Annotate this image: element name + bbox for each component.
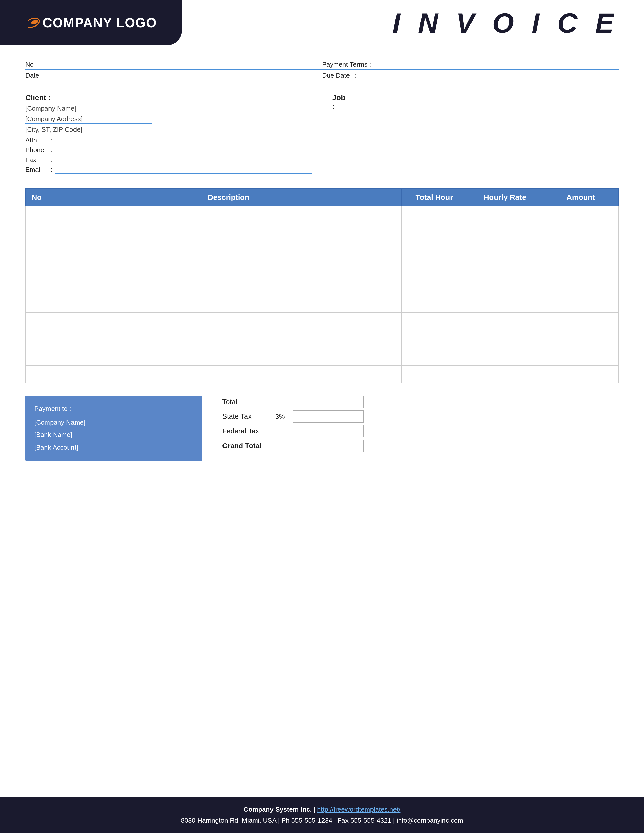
totals-section: Total State Tax 3% Federal Tax Grand Tot… bbox=[222, 396, 619, 454]
top-fields: No : Date : Payment Terms : Due Date : bbox=[25, 61, 619, 81]
no-colon: : bbox=[58, 61, 60, 68]
col-header-amount: Amount bbox=[543, 188, 619, 206]
due-date-colon: : bbox=[355, 72, 357, 79]
state-tax-value-box[interactable] bbox=[293, 410, 364, 423]
table-header: No Description Total Hour Hourly Rate Am… bbox=[26, 188, 619, 206]
phone-value[interactable] bbox=[55, 154, 312, 154]
job-line-1[interactable] bbox=[332, 113, 619, 122]
payment-company-name[interactable]: [Company Name] bbox=[34, 416, 193, 429]
client-header: Client : bbox=[25, 93, 312, 102]
email-field: Email : bbox=[25, 166, 312, 174]
table-row bbox=[26, 277, 619, 295]
payment-terms-field-row: Payment Terms : bbox=[322, 61, 619, 70]
company-address-value[interactable]: [Company Address] bbox=[25, 115, 151, 124]
table-row bbox=[26, 224, 619, 242]
top-fields-left: No : Date : bbox=[25, 61, 322, 81]
logo-text: COMPANY LOGO bbox=[25, 15, 157, 30]
invoice-title: I N V O I C E bbox=[393, 7, 619, 39]
fax-label: Fax bbox=[25, 156, 48, 164]
city-zip-field: [City, ST, ZIP Code] bbox=[25, 126, 312, 134]
invoice-table: No Description Total Hour Hourly Rate Am… bbox=[25, 188, 619, 383]
attn-colon: : bbox=[50, 136, 52, 144]
state-tax-row: State Tax 3% bbox=[222, 410, 619, 423]
payment-title: Payment to : bbox=[34, 403, 193, 415]
bottom-section: Payment to : [Company Name] [Bank Name] … bbox=[25, 396, 619, 461]
company-address-field: [Company Address] bbox=[25, 115, 312, 124]
payment-terms-label: Payment Terms bbox=[322, 61, 367, 68]
table-row bbox=[26, 330, 619, 348]
footer-url[interactable]: http://freewordtemplates.net/ bbox=[317, 806, 401, 813]
grand-total-value-box[interactable] bbox=[293, 440, 364, 452]
no-label: No bbox=[25, 61, 56, 68]
table-row bbox=[26, 206, 619, 224]
date-field-row: Date : bbox=[25, 72, 322, 81]
phone-label: Phone bbox=[25, 146, 48, 154]
no-field-row: No : bbox=[25, 61, 322, 70]
footer-separator: | bbox=[314, 806, 317, 813]
payment-bank-name[interactable]: [Bank Name] bbox=[34, 429, 193, 441]
date-colon: : bbox=[58, 72, 60, 79]
table-row bbox=[26, 242, 619, 259]
total-row: Total bbox=[222, 396, 619, 408]
company-name-value[interactable]: [Company Name] bbox=[25, 105, 151, 113]
client-section: Client : [Company Name] [Company Address… bbox=[25, 93, 312, 176]
state-tax-label: State Tax bbox=[222, 412, 273, 421]
fax-colon: : bbox=[50, 156, 52, 164]
top-fields-right: Payment Terms : Due Date : bbox=[322, 61, 619, 81]
attn-label: Attn bbox=[25, 136, 48, 144]
job-header: Job : bbox=[332, 93, 619, 111]
job-line-2[interactable] bbox=[332, 125, 619, 134]
col-header-hourly-rate: Hourly Rate bbox=[467, 188, 543, 206]
phone-colon: : bbox=[50, 146, 52, 154]
footer-company: Company System Inc. bbox=[244, 806, 312, 813]
email-colon: : bbox=[50, 166, 52, 174]
col-header-no: No bbox=[26, 188, 56, 206]
total-label: Total bbox=[222, 398, 273, 406]
total-value-box[interactable] bbox=[293, 396, 364, 408]
phone-field: Phone : bbox=[25, 146, 312, 154]
attn-value[interactable] bbox=[55, 144, 312, 144]
table-row bbox=[26, 312, 619, 330]
due-date-label: Due Date bbox=[322, 72, 352, 79]
fax-value[interactable] bbox=[55, 164, 312, 164]
logo-section: COMPANY LOGO bbox=[0, 0, 182, 45]
col-header-total-hour: Total Hour bbox=[402, 188, 467, 206]
company-name-field: [Company Name] bbox=[25, 105, 312, 113]
federal-tax-row: Federal Tax bbox=[222, 425, 619, 437]
client-job-section: Client : [Company Name] [Company Address… bbox=[25, 93, 619, 176]
table-header-row: No Description Total Hour Hourly Rate Am… bbox=[26, 188, 619, 206]
invoice-title-section: I N V O I C E bbox=[182, 0, 644, 45]
table-row bbox=[26, 295, 619, 312]
table-row bbox=[26, 259, 619, 277]
footer-line2: 8030 Harrington Rd, Miami, USA | Ph 555-… bbox=[5, 815, 639, 826]
fax-field: Fax : bbox=[25, 156, 312, 164]
footer: Company System Inc. | http://freewordtem… bbox=[0, 797, 644, 833]
email-label: Email bbox=[25, 166, 48, 174]
job-line-0[interactable] bbox=[354, 93, 619, 103]
city-zip-value[interactable]: [City, ST, ZIP Code] bbox=[25, 126, 151, 134]
job-label: Job : bbox=[332, 93, 349, 111]
federal-tax-label: Federal Tax bbox=[222, 427, 273, 435]
footer-line1: Company System Inc. | http://freewordtem… bbox=[5, 804, 639, 815]
date-label: Date bbox=[25, 72, 56, 79]
header: COMPANY LOGO I N V O I C E bbox=[0, 0, 644, 45]
attn-field: Attn : bbox=[25, 136, 312, 144]
main-content: No : Date : Payment Terms : Due Date : bbox=[0, 45, 644, 476]
table-body bbox=[26, 206, 619, 383]
due-date-field-row: Due Date : bbox=[322, 72, 619, 81]
state-tax-percent: 3% bbox=[275, 413, 290, 421]
federal-tax-value-box[interactable] bbox=[293, 425, 364, 437]
job-fields bbox=[332, 113, 619, 145]
grand-total-row: Grand Total bbox=[222, 440, 619, 452]
table-row bbox=[26, 348, 619, 365]
client-fields: [Company Name] [Company Address] [City, … bbox=[25, 105, 312, 174]
job-section: Job : bbox=[332, 93, 619, 176]
job-line-3[interactable] bbox=[332, 136, 619, 145]
payment-terms-colon: : bbox=[370, 61, 372, 68]
client-label: Client : bbox=[25, 93, 51, 102]
payment-bank-account[interactable]: [Bank Account] bbox=[34, 441, 193, 453]
logo-swoosh-icon bbox=[25, 18, 40, 28]
payment-box: Payment to : [Company Name] [Bank Name] … bbox=[25, 396, 202, 461]
grand-total-label: Grand Total bbox=[222, 442, 273, 450]
table-row bbox=[26, 365, 619, 383]
